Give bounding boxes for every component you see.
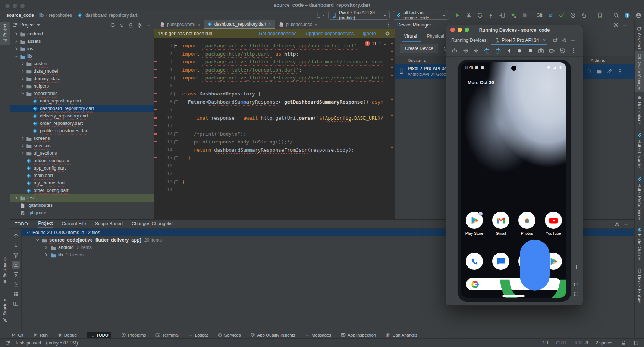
apply-changes-button[interactable] — [488, 12, 494, 18]
device-mirroring-button[interactable] — [597, 12, 603, 18]
todo-settings-icon[interactable] — [614, 221, 620, 227]
tree-item-profile_repositories.dart[interactable]: profile_repositories.dart — [10, 127, 154, 135]
stripe-structure[interactable]: Structure — [0, 297, 10, 325]
code-line-4[interactable]: 4import 'package:flutter/foundation.dart… — [154, 66, 395, 74]
stop-button[interactable] — [522, 12, 528, 18]
close-tab-icon[interactable]: × — [269, 22, 272, 27]
tree-item-other_config.dart[interactable]: other_config.dart — [10, 187, 154, 194]
create-device-button[interactable]: Create Device — [400, 44, 438, 53]
device-manager-hide-icon[interactable] — [622, 22, 628, 28]
toolwindow-git[interactable]: Git — [11, 332, 23, 337]
code-line-18[interactable]: 18} — [154, 178, 395, 186]
locate-file-button[interactable] — [110, 22, 116, 28]
tree-item-screens[interactable]: screens — [10, 135, 154, 142]
voice-search-icon[interactable] — [479, 228, 566, 298]
rotate-left-button[interactable] — [484, 48, 490, 54]
android-overview-button[interactable] — [527, 48, 533, 54]
inspection-widget[interactable]: ! 11 ⌃ ⌄ — [365, 41, 386, 46]
todo-tab-scope-based[interactable]: Scope Based — [95, 221, 123, 227]
todo-tab-changes-changelist[interactable]: Changes Changelist — [132, 221, 174, 227]
toolwindow-app-inspection[interactable]: App Inspection — [341, 332, 376, 337]
rotate-right-button[interactable] — [495, 48, 501, 54]
stripe-flutter-outline[interactable]: Flutter Outline — [635, 225, 644, 262]
prev-error-icon[interactable]: ⌃ — [378, 42, 381, 46]
code-line-7[interactable]: 7class DashboardRepository { — [154, 90, 395, 98]
screenshot-button[interactable] — [538, 48, 544, 54]
tool-window-switcher-icon[interactable] — [5, 340, 10, 346]
tree-item-main.dart[interactable]: main.dart — [10, 172, 154, 179]
edit-device-icon[interactable] — [607, 69, 612, 74]
tab-virtual[interactable]: Virtual — [404, 34, 417, 39]
revert-combo[interactable] — [315, 13, 325, 18]
project-settings-icon[interactable] — [137, 22, 142, 28]
group-by-button[interactable] — [12, 290, 20, 298]
zoom-in-button[interactable] — [573, 264, 579, 270]
code-line-17[interactable]: 17 — [154, 170, 395, 178]
stripe-assistant[interactable]: Assistant — [635, 24, 644, 52]
power-button[interactable] — [452, 48, 458, 54]
flutter-attach-button[interactable] — [511, 12, 516, 18]
collapse-all-button[interactable] — [12, 280, 20, 288]
next-error-icon[interactable]: ⌄ — [383, 42, 386, 46]
previous-todo-button[interactable] — [12, 231, 20, 240]
breadcrumb-item[interactable]: source_code — [6, 13, 34, 18]
stop-device-icon[interactable] — [586, 69, 591, 74]
tab-physical[interactable]: Physical — [427, 34, 444, 39]
hide-panel-button[interactable] — [146, 22, 151, 28]
emulator-hide-icon[interactable] — [570, 38, 575, 43]
tree-item-ui_sections[interactable]: ui_sections — [10, 149, 154, 157]
google-search-bar[interactable] — [466, 278, 561, 290]
git-rollback-button[interactable] — [581, 12, 587, 18]
tree-item-.gitattributes[interactable]: .gitattributes — [10, 202, 154, 209]
zoom-reset-button[interactable]: 1:1 — [573, 281, 579, 288]
tree-item-assets[interactable]: assets — [10, 38, 154, 45]
run-configuration-selector[interactable]: all tests in source_code — [393, 11, 449, 20]
collapse-all-button[interactable] — [128, 22, 133, 28]
toolwindow-services[interactable]: Services — [217, 332, 241, 337]
project-panel-title[interactable]: Project — [20, 22, 35, 28]
git-commit-button[interactable] — [559, 12, 565, 18]
stripe-flutter-inspector[interactable]: Flutter Inspector — [635, 130, 644, 171]
line-separator[interactable]: CRLF — [556, 340, 568, 346]
tree-item-ios[interactable]: ios — [10, 45, 154, 53]
file-encoding[interactable]: UTF-8 — [575, 340, 588, 346]
breadcrumb-item[interactable]: dashboard_repository.dart — [85, 13, 137, 18]
autoscroll-to-source-button[interactable] — [12, 261, 20, 269]
device-more-icon[interactable] — [617, 69, 623, 74]
caret-position[interactable]: 1:1 — [543, 340, 549, 346]
screen-record-button[interactable] — [549, 48, 555, 54]
snapshot-button[interactable] — [560, 48, 566, 54]
tree-item-order_repository.dart[interactable]: order_repository.dart — [10, 120, 154, 127]
volume-up-button[interactable] — [462, 48, 468, 54]
notifications-icon[interactable] — [634, 340, 639, 346]
tree-item-test[interactable]: test — [10, 194, 154, 202]
tree-item-my_theme.dart[interactable]: my_theme.dart — [10, 179, 154, 187]
tree-item-app_config.dart[interactable]: app_config.dart — [10, 164, 154, 172]
tree-item-lib[interactable]: lib — [10, 53, 154, 60]
git-history-button[interactable] — [570, 12, 576, 18]
code-line-8[interactable]: 8 Future<DashboardSummaryResponse> getDa… — [154, 98, 395, 106]
zoom-fit-button[interactable] — [573, 290, 579, 297]
new-tab-icon[interactable] — [553, 38, 558, 43]
todo-hide-icon[interactable] — [623, 221, 629, 227]
run-button[interactable] — [455, 12, 461, 18]
tree-item-delivery_repository.dart[interactable]: delivery_repository.dart — [10, 112, 154, 120]
toolwindow-app-quality-insights[interactable]: App Quality Insights — [250, 332, 295, 337]
code-line-10[interactable]: 10 final response = await http.get(Uri.p… — [154, 114, 395, 122]
device-manager-settings-icon[interactable] — [613, 22, 619, 28]
toolwindow-debug[interactable]: Debug — [57, 332, 77, 337]
get-dependencies-link[interactable]: Get dependencies — [259, 31, 296, 36]
code-line-12[interactable]: 12 /*print("body\n"); — [154, 130, 395, 138]
filter-todos-button[interactable] — [12, 251, 20, 259]
code-line-3[interactable]: 3import 'package:active_flutter_delivery… — [154, 58, 395, 66]
toolwindow-logcat[interactable]: Logcat — [188, 332, 208, 337]
code-line-19[interactable]: 19 — [154, 186, 395, 194]
editor-tab-pubspec.yaml[interactable]: pubspec.yaml× — [157, 20, 204, 29]
next-todo-button[interactable] — [12, 241, 20, 249]
search-everywhere-button[interactable] — [613, 12, 619, 18]
device-explorer-icon[interactable] — [596, 69, 602, 74]
tree-item-repositories[interactable]: repositories — [10, 90, 154, 97]
project-view-dropdown[interactable] — [37, 24, 40, 26]
code-line-13[interactable]: 13 print(response.body.toString());*/ — [154, 138, 395, 146]
toolwindow-terminal[interactable]: Terminal — [155, 332, 178, 337]
